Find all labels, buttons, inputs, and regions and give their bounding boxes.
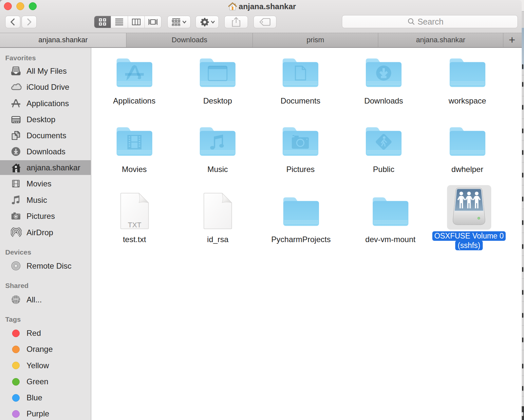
svg-text:TXT: TXT: [128, 221, 141, 229]
